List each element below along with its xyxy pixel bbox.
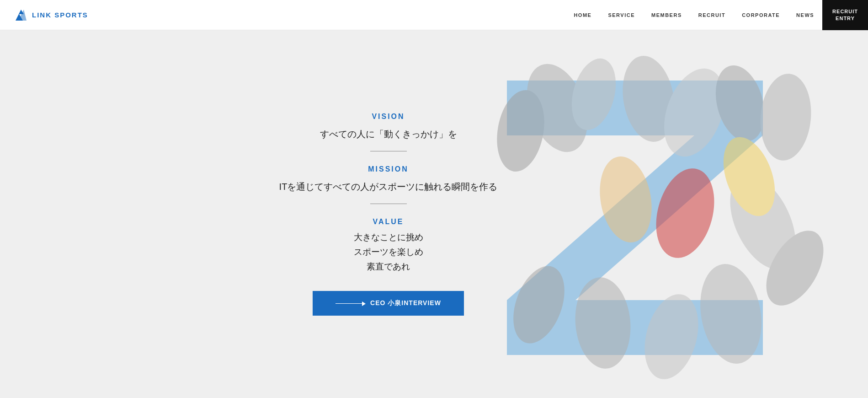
svg-point-16: [593, 152, 658, 247]
nav-item-service[interactable]: SERVICE: [600, 0, 643, 30]
mission-label: MISSION: [279, 165, 498, 173]
mission-block: MISSION ITを通じてすべての人がスポーツに触れる瞬間を作る: [279, 165, 498, 194]
nav-items: HOME SERVICE MEMBERS RECRUIT CORPORATE N…: [565, 0, 822, 30]
content-center: VISION すべての人に「動くきっかけ」を MISSION ITを通じてすべて…: [279, 113, 498, 316]
svg-point-13: [636, 288, 707, 385]
ceo-btn-line: [335, 303, 363, 304]
nav-item-home[interactable]: HOME: [565, 0, 600, 30]
value-items: 大きなことに挑め スポーツを楽しめ 素直であれ: [354, 231, 423, 273]
header: LINK SPORTS HOME SERVICE MEMBERS RECRUIT…: [0, 0, 868, 30]
main-nav: HOME SERVICE MEMBERS RECRUIT CORPORATE N…: [565, 0, 868, 30]
value-item-2: スポーツを楽しめ: [354, 246, 423, 258]
value-block: VALUE 大きなことに挑め スポーツを楽しめ 素直であれ: [354, 218, 423, 273]
value-item-1: 大きなことに挑め: [354, 231, 423, 243]
svg-point-17: [647, 162, 724, 264]
nav-item-corporate[interactable]: CORPORATE: [734, 0, 788, 30]
svg-point-9: [757, 72, 815, 163]
logo-text: LINK SPORTS: [32, 11, 88, 19]
recruit-entry-button[interactable]: RECRUITENTRY: [822, 0, 868, 30]
ceo-btn-label: CEO 小泉INTERVIEW: [370, 299, 441, 307]
logo-area[interactable]: LINK SPORTS: [0, 8, 88, 22]
vision-label: VISION: [320, 113, 457, 121]
svg-point-12: [693, 259, 769, 368]
nav-item-news[interactable]: NEWS: [788, 0, 822, 30]
nav-item-recruit[interactable]: RECRUIT: [690, 0, 734, 30]
value-label: VALUE: [354, 218, 423, 226]
main-content: VISION すべての人に「動くきっかけ」を MISSION ITを通じてすべて…: [0, 30, 868, 398]
vision-text: すべての人に「動くきっかけ」を: [320, 126, 457, 142]
vision-divider: [370, 151, 407, 151]
athlete-figures: [466, 39, 831, 398]
vision-block: VISION すべての人に「動くきっかけ」を: [320, 113, 457, 142]
ceo-interview-button[interactable]: CEO 小泉INTERVIEW: [313, 291, 464, 316]
mission-text: ITを通じてすべての人がスポーツに触れる瞬間を作る: [279, 179, 498, 194]
nav-item-members[interactable]: MEMBERS: [643, 0, 690, 30]
svg-point-15: [504, 259, 574, 350]
svg-point-14: [572, 275, 634, 371]
logo-icon: [14, 8, 28, 22]
value-item-3: 素直であれ: [367, 261, 410, 273]
mission-divider: [370, 204, 407, 204]
